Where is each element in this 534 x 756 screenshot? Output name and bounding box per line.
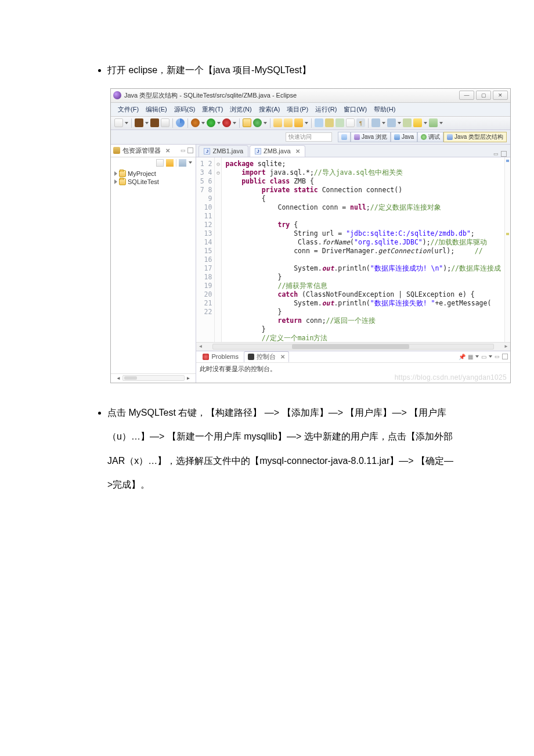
new-package-icon[interactable] bbox=[243, 118, 251, 127]
tab-close-icon[interactable]: ✕ bbox=[295, 148, 300, 154]
java-file-icon: J bbox=[255, 148, 261, 154]
h-scrollbar[interactable] bbox=[122, 375, 185, 381]
package-explorer-icon bbox=[113, 147, 120, 154]
editor-maximize-icon[interactable] bbox=[501, 151, 507, 157]
view-close-icon[interactable]: ✕ bbox=[165, 147, 170, 154]
menu-navigate[interactable]: 浏览(N) bbox=[226, 104, 255, 115]
eclipse-icon bbox=[113, 91, 121, 99]
folder-icon[interactable] bbox=[284, 118, 293, 127]
menu-help[interactable]: 帮助(H) bbox=[370, 104, 399, 115]
project-icon bbox=[119, 170, 126, 177]
next-annotation-icon[interactable] bbox=[371, 118, 380, 127]
pin-icon[interactable] bbox=[346, 118, 355, 127]
print-icon[interactable] bbox=[161, 118, 169, 127]
project-icon bbox=[119, 178, 126, 185]
overview-ruler[interactable] bbox=[504, 157, 510, 342]
menu-run[interactable]: 运行(R) bbox=[312, 104, 340, 115]
new-icon[interactable] bbox=[114, 118, 123, 127]
pin-console-icon[interactable]: 📌 bbox=[459, 354, 466, 360]
search-icon[interactable] bbox=[315, 118, 323, 127]
console-maximize-icon[interactable] bbox=[502, 354, 508, 359]
menu-refactor[interactable]: 重构(T) bbox=[199, 104, 226, 115]
debug-icon[interactable] bbox=[191, 118, 200, 127]
close-button[interactable]: ✕ bbox=[493, 91, 508, 100]
open-perspective-button[interactable] bbox=[338, 132, 351, 142]
back-icon[interactable] bbox=[413, 118, 422, 127]
editor-tab-zmb1[interactable]: J ZMB1.java bbox=[199, 145, 248, 157]
open-type-icon[interactable] bbox=[176, 118, 185, 127]
tab-problems[interactable]: Problems bbox=[199, 352, 242, 361]
console-icon bbox=[248, 354, 254, 360]
last-edit-icon[interactable] bbox=[403, 118, 412, 127]
line-number-gutter: 1 2 3 4 5 6 7 8 9 10 11 12 13 14 15 16 1… bbox=[196, 157, 215, 342]
forward-icon[interactable] bbox=[429, 118, 438, 127]
doc-bullet-2: 点击 MySQLTest 右键，【构建路径】 —> 【添加库】—> 【用户库】—… bbox=[107, 401, 459, 497]
menu-search[interactable]: 搜索(A) bbox=[255, 104, 284, 115]
main-toolbar: ¶ bbox=[111, 117, 510, 130]
quick-access-input[interactable]: 快速访问 bbox=[286, 132, 332, 142]
window-title: Java 类型层次结构 - SQLiteTest/src/sqlite/ZMB.… bbox=[124, 91, 459, 100]
code-editor[interactable]: package sqlite; import java.sql.*;//导入ja… bbox=[222, 157, 504, 342]
link-editor-icon[interactable] bbox=[166, 159, 174, 167]
editor-tab-zmb[interactable]: J ZMB.java ✕ bbox=[250, 145, 305, 157]
hscroll-left-icon[interactable]: ◄ bbox=[196, 344, 204, 349]
editor-h-scrollbar[interactable] bbox=[212, 344, 494, 350]
save-all-icon[interactable] bbox=[150, 118, 159, 127]
paragraph-icon[interactable]: ¶ bbox=[356, 118, 365, 127]
maximize-button[interactable]: ▢ bbox=[476, 91, 491, 100]
open-task-icon[interactable] bbox=[273, 118, 282, 127]
menu-bar: 文件(F) 编辑(E) 源码(S) 重构(T) 浏览(N) 搜索(A) 项目(P… bbox=[111, 103, 510, 117]
console-message: 此时没有要显示的控制台。 bbox=[196, 363, 510, 383]
hscroll-right-icon[interactable]: ► bbox=[502, 344, 510, 349]
toggle-breadcrumb-icon[interactable] bbox=[325, 118, 334, 127]
menu-source[interactable]: 源码(S) bbox=[171, 104, 199, 115]
editor-minimize-icon[interactable]: ▭ bbox=[493, 151, 499, 157]
console-minimize-icon[interactable]: ▭ bbox=[495, 354, 500, 359]
perspective-java-browse[interactable]: Java 浏览 bbox=[351, 132, 391, 142]
fold-gutter[interactable]: ⊖ ⊖ bbox=[215, 157, 222, 342]
save-icon[interactable] bbox=[135, 118, 143, 127]
view-menu-icon[interactable] bbox=[189, 161, 192, 164]
expand-icon[interactable] bbox=[114, 179, 117, 184]
perspective-debug[interactable]: 调试 bbox=[417, 132, 443, 142]
wand-icon[interactable] bbox=[294, 118, 303, 127]
tree-item-myproject[interactable]: MyProject bbox=[114, 170, 192, 178]
tree-item-sqlitetest[interactable]: SQLiteTest bbox=[114, 178, 192, 186]
problems-icon bbox=[203, 354, 209, 360]
prev-annotation-icon[interactable] bbox=[387, 118, 396, 127]
menu-file[interactable]: 文件(F) bbox=[114, 104, 142, 115]
java-file-icon: J bbox=[204, 148, 210, 154]
open-console-icon[interactable]: ▭ bbox=[481, 354, 486, 360]
doc-bullet-1: 打开 eclipse，新建一个【java 项目-MySQLTest】 bbox=[107, 58, 459, 82]
minimize-button[interactable]: — bbox=[459, 91, 474, 100]
focus-task-icon[interactable] bbox=[179, 159, 186, 167]
eclipse-screenshot: Java 类型层次结构 - SQLiteTest/src/sqlite/ZMB.… bbox=[110, 88, 459, 383]
scroll-left-icon[interactable]: ◄ bbox=[114, 376, 122, 381]
new-class-icon[interactable] bbox=[253, 118, 262, 127]
window-titlebar: Java 类型层次结构 - SQLiteTest/src/sqlite/ZMB.… bbox=[111, 89, 510, 103]
toggle-mark-icon[interactable] bbox=[335, 118, 344, 127]
scroll-right-icon[interactable]: ► bbox=[185, 376, 193, 381]
run-icon[interactable] bbox=[207, 118, 215, 127]
collapse-all-icon[interactable] bbox=[156, 159, 164, 167]
view-maximize-icon[interactable] bbox=[187, 147, 193, 153]
perspective-type-hierarchy[interactable]: Java 类型层次结构 bbox=[443, 132, 507, 142]
coverage-icon[interactable] bbox=[222, 118, 231, 127]
view-minimize-icon[interactable]: ▭ bbox=[181, 147, 186, 153]
expand-icon[interactable] bbox=[114, 171, 117, 176]
menu-window[interactable]: 窗口(W) bbox=[340, 104, 370, 115]
perspective-java[interactable]: Java bbox=[391, 132, 417, 142]
package-explorer-title: 包资源管理器 bbox=[122, 146, 161, 155]
tab-close-icon[interactable]: ✕ bbox=[280, 354, 285, 360]
display-console-icon[interactable]: ▦ bbox=[468, 354, 473, 360]
menu-edit[interactable]: 编辑(E) bbox=[142, 104, 171, 115]
tab-console[interactable]: 控制台 ✕ bbox=[244, 351, 289, 362]
menu-project[interactable]: 项目(P) bbox=[283, 104, 312, 115]
